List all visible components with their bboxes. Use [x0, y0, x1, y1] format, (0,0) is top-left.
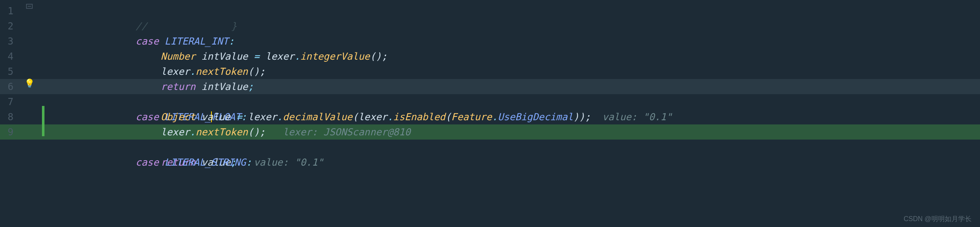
- current-line-highlight: [0, 79, 980, 94]
- punct: :: [246, 157, 252, 168]
- line-number: 3: [0, 34, 17, 49]
- line-number: 5: [0, 64, 17, 79]
- watermark: CSDN @明明如月学长: [904, 215, 972, 224]
- execution-line-highlight: [0, 124, 980, 140]
- line-number: 1: [0, 3, 17, 18]
- line-number: 8: [0, 109, 17, 124]
- code-line[interactable]: case LITERAL_FLOAT:: [67, 79, 980, 94]
- code-line[interactable]: Number intValue = lexer.integerValue();: [67, 34, 980, 49]
- code-area[interactable]: //} case LITERAL_INT: Number intValue = …: [67, 0, 980, 227]
- line-number: 6: [0, 79, 17, 94]
- code-line[interactable]: return intValue;: [67, 64, 980, 79]
- code-line[interactable]: lexer.nextToken(); lexer: JSONScanner@81…: [67, 109, 980, 124]
- line-number: 9: [0, 124, 17, 140]
- code-line[interactable]: case LITERAL_INT:: [67, 18, 980, 34]
- code-line[interactable]: //}: [67, 3, 980, 18]
- code-line[interactable]: case LITERAL_STRING:: [67, 140, 980, 155]
- inline-hint-value: "0.1": [295, 157, 323, 168]
- intention-bulb-icon[interactable]: 💡: [24, 78, 35, 88]
- code-line[interactable]: lexer.nextToken();: [67, 49, 980, 64]
- code-editor[interactable]: 1 2 3 4 5 6 7 8 9 💡 //} case LITERAL_INT…: [0, 0, 980, 227]
- line-number: 2: [0, 18, 17, 34]
- keyword-case: case: [136, 157, 159, 168]
- fold-icon[interactable]: [26, 0, 33, 5]
- line-number-gutter: 1 2 3 4 5 6 7 8 9: [0, 0, 17, 227]
- change-marker: [42, 106, 44, 136]
- line-number: 4: [0, 49, 17, 64]
- marker-gutter: [42, 0, 67, 227]
- constant: LITERAL_STRING: [164, 157, 246, 168]
- code-line[interactable]: Object value = lexer.decimalValue(lexer.…: [67, 94, 980, 109]
- code-line[interactable]: return value; value: "0.1": [67, 124, 980, 140]
- icon-gutter: 💡: [17, 0, 42, 227]
- line-number: 7: [0, 94, 17, 109]
